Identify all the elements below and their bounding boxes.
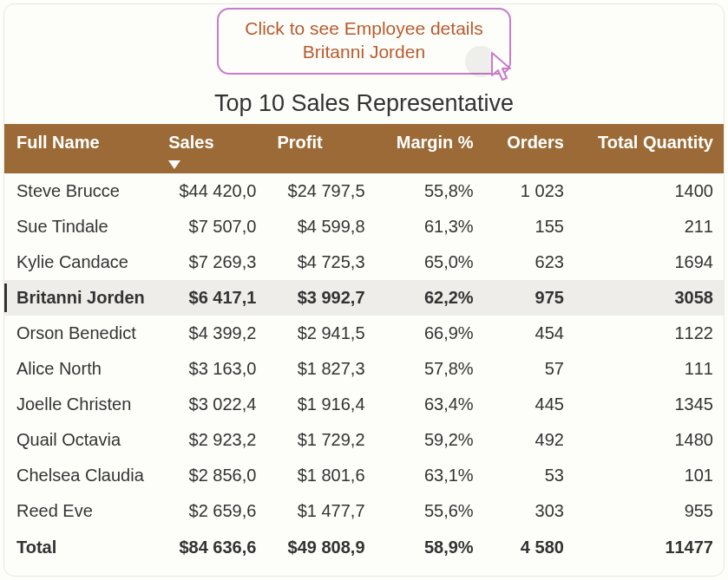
cell-sales: $7 507,0 (158, 209, 266, 244)
sort-desc-icon (168, 153, 180, 173)
cell-name: Quail Octavia (4, 422, 158, 458)
cell-margin: 63,1% (376, 458, 484, 493)
cell-qty: 1122 (574, 316, 724, 351)
cell-name: Kylie Candace (4, 244, 158, 280)
cell-orders: 1 023 (484, 173, 574, 209)
cell-margin: 57,8% (376, 351, 484, 387)
cell-sales: $44 420,0 (158, 173, 266, 209)
cell-profit: $1 827,3 (266, 351, 375, 387)
total-row: Total $84 636,6 $49 808,9 58,9% 4 580 11… (4, 529, 724, 566)
cell-margin: 55,6% (376, 493, 484, 529)
cell-sales: $2 923,2 (158, 422, 266, 458)
cell-orders: 57 (484, 351, 574, 387)
col-header-full-name[interactable]: Full Name (4, 124, 158, 173)
cell-sales: $4 399,2 (158, 316, 266, 351)
cell-name: Reed Eve (4, 493, 158, 529)
cell-orders: 454 (484, 316, 574, 351)
cell-profit: $2 941,5 (266, 316, 375, 351)
cell-qty: 1345 (574, 387, 724, 422)
cell-orders: 623 (484, 244, 574, 280)
total-qty: 11477 (574, 529, 724, 566)
col-header-sales-label: Sales (168, 133, 213, 152)
cell-qty: 955 (574, 493, 724, 529)
table-row[interactable]: Chelsea Claudia$2 856,0$1 801,663,1%5310… (4, 458, 724, 493)
table-row[interactable]: Steve Brucce$44 420,0$24 797,555,8%1 023… (4, 173, 724, 209)
cell-profit: $1 801,6 (266, 458, 375, 493)
cell-sales: $3 022,4 (158, 387, 266, 422)
cell-orders: 53 (484, 458, 574, 493)
cell-qty: 101 (574, 458, 724, 493)
cell-name: Alice North (4, 351, 158, 387)
cell-qty: 111 (574, 351, 724, 387)
tooltip-line2: Britanni Jorden (245, 40, 482, 63)
cell-margin: 65,0% (376, 244, 484, 280)
cell-orders: 975 (484, 280, 574, 316)
table-header-row: Full Name Sales Profit Margin % Orders T… (4, 124, 724, 173)
col-header-orders[interactable]: Orders (484, 124, 574, 173)
total-profit: $49 808,9 (266, 529, 375, 566)
table-row[interactable]: Alice North$3 163,0$1 827,357,8%57111 (4, 351, 724, 387)
total-sales: $84 636,6 (158, 529, 266, 566)
cell-profit: $1 916,4 (266, 387, 375, 422)
cell-qty: 1400 (574, 173, 724, 209)
sales-rep-table: Full Name Sales Profit Margin % Orders T… (4, 124, 724, 566)
table-row[interactable]: Britanni Jorden$6 417,1$3 992,762,2%9753… (4, 280, 724, 316)
cell-margin: 55,8% (376, 173, 484, 209)
cell-qty: 1480 (574, 422, 724, 458)
cell-sales: $2 659,6 (158, 493, 266, 529)
cell-margin: 61,3% (376, 209, 484, 244)
cell-name: Chelsea Claudia (4, 458, 158, 493)
table-row[interactable]: Joelle Christen$3 022,4$1 916,463,4%4451… (4, 387, 724, 422)
cell-sales: $3 163,0 (158, 351, 266, 387)
cell-qty: 3058 (574, 280, 724, 316)
cell-name: Orson Benedict (4, 316, 158, 351)
col-header-profit[interactable]: Profit (266, 124, 375, 173)
col-header-total-quantity[interactable]: Total Quantity (574, 124, 724, 173)
cell-orders: 155 (484, 209, 574, 244)
table-row[interactable]: Orson Benedict$4 399,2$2 941,566,9%45411… (4, 316, 724, 351)
cell-profit: $4 599,8 (266, 209, 375, 244)
cell-profit: $1 729,2 (266, 422, 375, 458)
cell-margin: 62,2% (376, 280, 484, 316)
table-row[interactable]: Quail Octavia$2 923,2$1 729,259,2%492148… (4, 422, 724, 458)
cell-profit: $24 797,5 (266, 173, 375, 209)
cell-margin: 66,9% (376, 316, 484, 351)
table-row[interactable]: Kylie Candace$7 269,3$4 725,365,0%623169… (4, 244, 724, 280)
cell-profit: $1 477,7 (266, 493, 375, 529)
col-header-sales[interactable]: Sales (158, 124, 266, 173)
cell-margin: 59,2% (376, 422, 484, 458)
total-orders: 4 580 (484, 529, 574, 566)
cell-name: Britanni Jorden (4, 280, 158, 316)
tooltip-line1: Click to see Employee details (245, 16, 482, 40)
cell-margin: 63,4% (376, 387, 484, 422)
cell-sales: $7 269,3 (158, 244, 266, 280)
cell-sales: $6 417,1 (158, 280, 266, 316)
cell-profit: $3 992,7 (266, 280, 375, 316)
cell-qty: 1694 (574, 244, 724, 280)
col-header-margin[interactable]: Margin % (376, 124, 484, 173)
cell-orders: 445 (484, 387, 574, 422)
cell-name: Joelle Christen (4, 387, 158, 422)
cell-qty: 211 (574, 209, 724, 244)
employee-detail-tooltip[interactable]: Click to see Employee details Britanni J… (217, 8, 510, 75)
total-label: Total (4, 529, 158, 566)
table-row[interactable]: Sue Tindale$7 507,0$4 599,861,3%155211 (4, 209, 724, 244)
table-row[interactable]: Reed Eve$2 659,6$1 477,755,6%303955 (4, 493, 724, 529)
cell-profit: $4 725,3 (266, 244, 375, 280)
cursor-icon (490, 51, 520, 89)
total-margin: 58,9% (376, 529, 484, 566)
cell-orders: 303 (484, 493, 574, 529)
cell-name: Sue Tindale (4, 209, 158, 244)
cell-name: Steve Brucce (4, 173, 158, 209)
report-title: Top 10 Sales Representative (4, 90, 724, 117)
cell-orders: 492 (484, 422, 574, 458)
cell-sales: $2 856,0 (158, 458, 266, 493)
